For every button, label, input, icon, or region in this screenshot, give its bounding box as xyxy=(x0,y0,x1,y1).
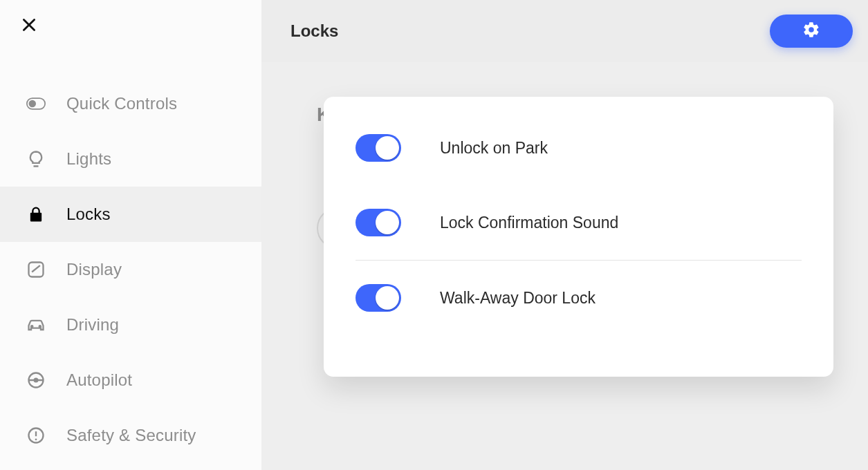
sidebar-item-label: Safety & Security xyxy=(66,426,196,445)
content: K Unlock on Park Lock Confirmation Sound xyxy=(261,62,868,470)
toggle-knob xyxy=(376,136,399,160)
steering-icon xyxy=(25,369,47,391)
svg-point-6 xyxy=(35,379,38,382)
app-root: Quick Controls Lights Locks Display xyxy=(0,0,868,470)
bulb-icon xyxy=(25,148,47,170)
close-button[interactable] xyxy=(17,14,41,39)
car-icon xyxy=(25,314,47,336)
svg-point-3 xyxy=(31,326,33,327)
toggle-lock-confirmation-sound[interactable] xyxy=(355,209,401,236)
sidebar: Quick Controls Lights Locks Display xyxy=(0,0,261,470)
display-icon xyxy=(25,258,47,281)
svg-point-8 xyxy=(35,438,37,440)
setting-label: Lock Confirmation Sound xyxy=(440,214,618,232)
toggle-icon xyxy=(25,93,47,115)
toggle-knob xyxy=(376,286,399,310)
sidebar-item-label: Lights xyxy=(66,149,111,169)
svg-point-4 xyxy=(39,326,41,327)
sidebar-item-label: Locks xyxy=(66,205,111,224)
alert-icon xyxy=(25,424,47,446)
sidebar-item-locks[interactable]: Locks xyxy=(0,187,261,242)
sidebar-item-lights[interactable]: Lights xyxy=(0,131,261,187)
header: Locks xyxy=(261,0,868,62)
svg-point-1 xyxy=(29,100,37,108)
page-title: Locks xyxy=(290,21,338,41)
sidebar-item-quick-controls[interactable]: Quick Controls xyxy=(0,76,261,131)
sidebar-item-display[interactable]: Display xyxy=(0,242,261,297)
gear-icon xyxy=(802,21,820,41)
setting-label: Walk-Away Door Lock xyxy=(440,289,595,308)
toggle-unlock-on-park[interactable] xyxy=(355,134,401,162)
sidebar-item-label: Autopilot xyxy=(66,370,132,390)
sidebar-item-autopilot[interactable]: Autopilot xyxy=(0,352,261,408)
close-icon xyxy=(20,16,38,37)
toggle-walk-away-door-lock[interactable] xyxy=(355,284,401,312)
sidebar-item-label: Quick Controls xyxy=(66,94,177,113)
setting-label: Unlock on Park xyxy=(440,139,548,158)
settings-button[interactable] xyxy=(770,15,853,48)
sidebar-item-safety[interactable]: Safety & Security xyxy=(0,408,261,463)
setting-row-lock-confirmation-sound: Lock Confirmation Sound xyxy=(355,185,802,260)
settings-card: Unlock on Park Lock Confirmation Sound W… xyxy=(324,97,833,377)
lock-icon xyxy=(25,203,47,225)
toggle-knob xyxy=(376,211,399,234)
setting-row-walk-away-door-lock: Walk-Away Door Lock xyxy=(355,261,802,335)
sidebar-item-driving[interactable]: Driving xyxy=(0,297,261,352)
close-wrap xyxy=(0,0,261,76)
sidebar-item-label: Display xyxy=(66,260,122,279)
sidebar-item-label: Driving xyxy=(66,315,119,335)
nav: Quick Controls Lights Locks Display xyxy=(0,76,261,463)
setting-row-unlock-on-park: Unlock on Park xyxy=(355,111,802,185)
main: Locks K Unlock on Park xyxy=(261,0,868,470)
